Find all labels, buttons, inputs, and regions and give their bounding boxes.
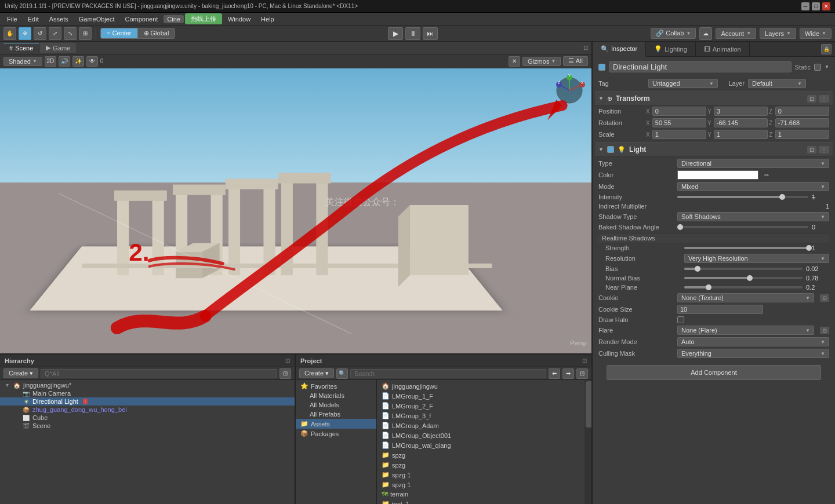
project-file-terrain[interactable]: 🗺 terrain [377, 490, 584, 499]
project-file-lmobj001[interactable]: 📄 LMGroup_Object001 [377, 430, 584, 440]
toolbar-move-tool[interactable]: ✥ [19, 27, 31, 40]
assets-folder[interactable]: 📁 Assets [296, 419, 376, 429]
global-button[interactable]: ⊕ Global [138, 28, 175, 38]
transform-tool-btn1[interactable]: ⊡ [807, 95, 816, 103]
project-btn1[interactable]: ⬅ [549, 368, 560, 379]
collab-dropdown[interactable]: 🔗 Collab ▼ [651, 28, 696, 39]
maximize-button[interactable]: □ [812, 2, 820, 10]
hierarchy-search-input[interactable] [41, 369, 277, 378]
pos-x-input[interactable] [652, 107, 706, 116]
hierarchy-item-camera[interactable]: 📷 Main Camera [0, 389, 295, 397]
all-models-folder[interactable]: All Models [296, 400, 376, 410]
intensity-slider[interactable] [677, 196, 808, 198]
toolbar-transform-tool[interactable]: ⊞ [79, 27, 92, 40]
light-enabled-checkbox[interactable] [607, 146, 614, 153]
all-dropdown[interactable]: ☰ All [563, 56, 588, 66]
scene-gizmo[interactable]: Y X Z [552, 73, 587, 108]
menu-edit[interactable]: Edit [23, 14, 43, 24]
strength-thumb[interactable] [806, 245, 812, 251]
tab-inspector[interactable]: 🔍 Inspector [593, 42, 646, 57]
scale-x-input[interactable] [652, 130, 706, 139]
draw-halo-checkbox[interactable] [677, 316, 684, 323]
hierarchy-item-scene[interactable]: 🎬 Scene [0, 422, 295, 430]
close-button[interactable]: ✕ [822, 2, 830, 10]
inspector-lock-button[interactable]: 🔒 [821, 44, 832, 54]
layer-dropdown[interactable]: Default ▼ [748, 79, 806, 88]
transform-section-header[interactable]: ▼ ⊕ Transform ⊡ ⋮ [595, 92, 833, 105]
hierarchy-item-light[interactable]: ☀ Directional Light ! [0, 397, 295, 406]
cookie-select-button[interactable]: ⊙ [820, 294, 829, 302]
project-folder-spzg1[interactable]: 📁 spzg [377, 450, 584, 460]
object-enabled-checkbox[interactable] [598, 64, 605, 71]
tab-game[interactable]: ▶ Game [40, 43, 76, 53]
transform-tool-btn2[interactable]: ⋮ [819, 95, 829, 103]
hierarchy-item-cube[interactable]: ⬜ Cube [0, 414, 295, 422]
pos-y-input[interactable] [714, 107, 768, 116]
project-btn2[interactable]: ➡ [562, 368, 574, 379]
hierarchy-item-root[interactable]: ▼ 🏠 jingguangjingwu* [0, 381, 295, 389]
project-file-jingguang[interactable]: 🏠 jingguangjingwu [377, 381, 584, 391]
light-type-dropdown[interactable]: Directional ▼ [677, 159, 829, 168]
project-create-button[interactable]: Create ▾ [299, 368, 334, 378]
light-mode-dropdown[interactable]: Mixed ▼ [677, 182, 829, 191]
project-file-test1[interactable]: 📁 test_1 [377, 499, 584, 504]
menu-component[interactable]: Component [120, 14, 162, 24]
render-mode-dropdown[interactable]: Auto ▼ [677, 337, 829, 346]
all-materials-folder[interactable]: All Materials [296, 391, 376, 400]
step-button[interactable]: ⏭ [423, 27, 438, 40]
project-search-input[interactable] [350, 369, 546, 378]
static-checkbox[interactable] [814, 64, 821, 71]
all-prefabs-folder[interactable]: All Prefabs [296, 410, 376, 419]
bias-thumb[interactable] [695, 266, 700, 272]
pos-z-input[interactable] [775, 107, 829, 116]
light-color-picker[interactable] [677, 170, 758, 180]
layout-dropdown[interactable]: Wide ▼ [800, 28, 832, 39]
hierarchy-pin-icon[interactable]: ⊡ [285, 357, 290, 364]
project-file-lmgroup2[interactable]: 📄 LMGroup_2_F [377, 401, 584, 411]
cloud-button[interactable]: ☁ [699, 27, 712, 40]
normal-bias-slider[interactable] [684, 277, 803, 279]
object-name-input[interactable] [609, 61, 792, 72]
shading-dropdown[interactable]: Shaded ▼ [3, 57, 42, 66]
project-options-button[interactable]: ⊡ [576, 368, 588, 379]
effects-button[interactable]: ✨ [72, 56, 84, 67]
2d-toggle[interactable]: 2D [45, 56, 56, 67]
rot-z-input[interactable] [775, 118, 829, 127]
minimize-button[interactable]: ─ [801, 2, 809, 10]
tag-dropdown[interactable]: Untagged ▼ [648, 79, 718, 88]
tab-scene[interactable]: # Scene [3, 43, 39, 53]
baked-shadow-thumb[interactable] [677, 224, 683, 230]
intensity-thumb[interactable] [779, 194, 785, 200]
menu-upload[interactable]: 拖线上传 [185, 13, 222, 24]
cookie-size-input[interactable] [677, 305, 763, 314]
near-plane-thumb[interactable] [706, 284, 711, 290]
project-file-lmgroup3[interactable]: 📄 LMGroup_3_f [377, 411, 584, 421]
viewport-pin-icon[interactable]: ⊡ [583, 45, 588, 51]
audio-button[interactable]: 🔊 [59, 56, 70, 67]
project-file-lmwai[interactable]: 📄 LMGroup_wai_qiang [377, 440, 584, 450]
hierarchy-create-button[interactable]: Create ▾ [3, 368, 38, 378]
toolbar-hand-tool[interactable]: ✋ [3, 27, 16, 40]
light-section-header[interactable]: ▼ 💡 Light ⊡ ⋮ [595, 143, 833, 156]
center-button[interactable]: = Center [101, 28, 138, 38]
normal-bias-thumb[interactable] [747, 275, 753, 281]
toolbar-rect-tool[interactable]: ⤡ [64, 27, 77, 40]
flare-select-button[interactable]: ⊙ [820, 327, 829, 334]
rot-x-input[interactable] [652, 118, 706, 127]
strength-slider[interactable] [684, 247, 808, 249]
packages-folder[interactable]: 📦 Packages [296, 429, 376, 439]
baked-shadow-slider[interactable] [677, 226, 808, 228]
flare-dropdown[interactable]: None (Flare) ▼ [677, 326, 814, 335]
scale-z-input[interactable] [775, 130, 829, 139]
layers-dropdown[interactable]: Layers ▼ [760, 28, 796, 39]
culling-mask-dropdown[interactable]: Everything ▼ [677, 349, 829, 358]
hierarchy-item-dong[interactable]: 📦 zhug_guang_dong_wu_hong_bei [0, 406, 295, 414]
rot-y-input[interactable] [714, 118, 768, 127]
add-component-button[interactable]: Add Component [607, 365, 821, 380]
menu-cine[interactable]: Cine [164, 15, 184, 23]
hidden-button[interactable]: 👁 [86, 56, 98, 67]
cookie-dropdown[interactable]: None (Texture) ▼ [677, 293, 814, 302]
gizmos-dropdown[interactable]: Gizmos ▼ [522, 57, 561, 66]
tab-animation[interactable]: 🎞 Animation [696, 42, 750, 56]
color-eyedropper-icon[interactable]: ✏ [764, 172, 769, 178]
